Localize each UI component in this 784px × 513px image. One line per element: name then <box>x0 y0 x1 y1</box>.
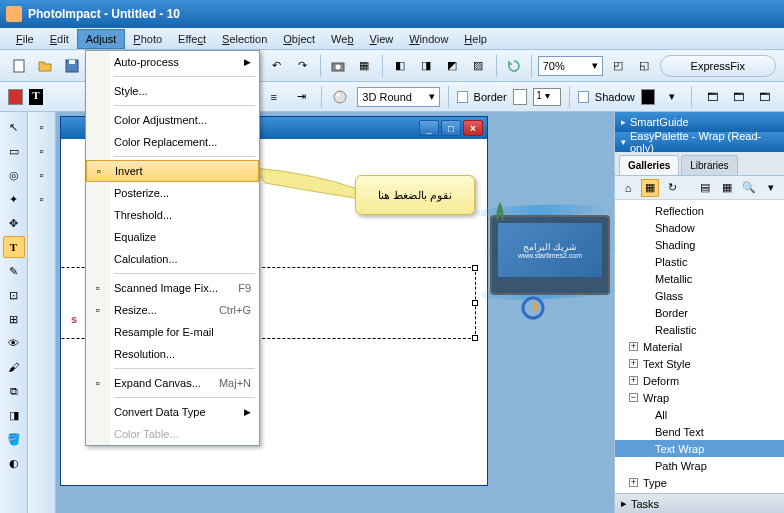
tool-a-icon[interactable]: ◧ <box>389 54 411 78</box>
actual-icon[interactable]: ◱ <box>633 54 655 78</box>
tree-item-deform[interactable]: +Deform <box>615 372 784 389</box>
panel-toggle-a-icon[interactable]: 🗔 <box>700 85 724 109</box>
shadow-checkbox[interactable] <box>578 91 589 103</box>
erase-tool-icon[interactable]: ◨ <box>3 404 25 426</box>
border-width[interactable]: 1 ▾ <box>533 88 561 106</box>
text-tool-icon[interactable]: T <box>3 236 25 258</box>
fill-tool-icon[interactable]: 🪣 <box>3 428 25 450</box>
history-icon[interactable] <box>502 54 524 78</box>
sphere-icon[interactable] <box>329 85 351 109</box>
tree-item-wrap[interactable]: −Wrap <box>615 389 784 406</box>
menu-web[interactable]: Web <box>323 30 361 48</box>
expressfix-button[interactable]: ExpressFix <box>660 55 776 77</box>
panel-toggle-b-icon[interactable]: 🗔 <box>726 85 750 109</box>
menu-object[interactable]: Object <box>275 30 323 48</box>
tree-item-material[interactable]: +Material <box>615 338 784 355</box>
lasso-tool-icon[interactable]: ◎ <box>3 164 25 186</box>
menu-selection[interactable]: Selection <box>214 30 275 48</box>
gradient-tool-icon[interactable]: ◐ <box>3 452 25 474</box>
3d-mode-select[interactable]: 3D Round▾ <box>357 87 439 107</box>
shadow-color[interactable] <box>641 89 656 105</box>
minimize-icon[interactable]: _ <box>419 120 439 136</box>
menu-item-resolution-[interactable]: Resolution... <box>86 343 259 365</box>
tree-item-glass[interactable]: Glass <box>615 287 784 304</box>
text-tool-icon[interactable]: T <box>29 89 43 105</box>
menu-edit[interactable]: Edit <box>42 30 77 48</box>
thumb-view-icon[interactable]: ▤ <box>696 179 714 197</box>
save-icon[interactable] <box>61 54 83 78</box>
menu-item-posterize-[interactable]: Posterize... <box>86 182 259 204</box>
move-tool-icon[interactable]: ✥ <box>3 212 25 234</box>
menu-window[interactable]: Window <box>401 30 456 48</box>
tree-item-plastic[interactable]: Plastic <box>615 253 784 270</box>
fit-icon[interactable]: ◰ <box>607 54 629 78</box>
path-tool-icon[interactable]: ✎ <box>3 260 25 282</box>
tree-item-all[interactable]: All <box>615 406 784 423</box>
brush-tool-icon[interactable]: 🖌 <box>3 356 25 378</box>
tool-b-icon[interactable]: ◨ <box>415 54 437 78</box>
tree-item-type[interactable]: +Type <box>615 474 784 491</box>
menu-file[interactable]: File <box>8 30 42 48</box>
tree-item-metallic[interactable]: Metallic <box>615 270 784 287</box>
marquee-tool-icon[interactable]: ▭ <box>3 140 25 162</box>
maximize-icon[interactable]: □ <box>441 120 461 136</box>
close-icon[interactable]: × <box>463 120 483 136</box>
redo-icon[interactable]: ↷ <box>292 54 314 78</box>
tree-item-reflection[interactable]: Reflection <box>615 202 784 219</box>
tree-item-bend-text[interactable]: Bend Text <box>615 423 784 440</box>
tree-item-shading[interactable]: Shading <box>615 236 784 253</box>
menu-item-threshold-[interactable]: Threshold... <box>86 204 259 226</box>
tool-c-icon[interactable]: ◩ <box>441 54 463 78</box>
tab-libraries[interactable]: Libraries <box>681 155 737 175</box>
tool2-a-icon[interactable]: ▫ <box>31 116 53 138</box>
tree-item-path-wrap[interactable]: Path Wrap <box>615 457 784 474</box>
align-icon[interactable]: ≡ <box>263 85 285 109</box>
menu-item-invert[interactable]: ▫Invert <box>86 160 259 182</box>
menu-item-resample-for-e-mail[interactable]: Resample for E-mail <box>86 321 259 343</box>
wand-tool-icon[interactable]: ✦ <box>3 188 25 210</box>
menu-item-equalize[interactable]: Equalize <box>86 226 259 248</box>
search-icon[interactable]: 🔍 <box>740 179 758 197</box>
new-icon[interactable] <box>8 54 30 78</box>
indent-icon[interactable]: ⇥ <box>291 85 313 109</box>
menu-item-color-replacement-[interactable]: Color Replacement... <box>86 131 259 153</box>
tool2-d-icon[interactable]: ▫ <box>31 188 53 210</box>
menu-item-scanned-image-fix-[interactable]: ▫Scanned Image Fix...F9 <box>86 277 259 299</box>
crop-tool-icon[interactable]: ⊡ <box>3 284 25 306</box>
menu-item-auto-process[interactable]: Auto-process▶ <box>86 51 259 73</box>
tree-item-realistic[interactable]: Realistic <box>615 321 784 338</box>
tab-galleries[interactable]: Galleries <box>619 155 679 175</box>
tree-item-shadow[interactable]: Shadow <box>615 219 784 236</box>
shadow-settings-icon[interactable]: ▾ <box>661 85 683 109</box>
list-view-icon[interactable]: ▦ <box>718 179 736 197</box>
open-icon[interactable] <box>34 54 56 78</box>
menu-icon[interactable]: ▾ <box>762 179 780 197</box>
tree-item-border[interactable]: Border <box>615 304 784 321</box>
menu-adjust[interactable]: Adjust <box>77 29 126 49</box>
scanner-icon[interactable]: ▦ <box>353 54 375 78</box>
menu-help[interactable]: Help <box>456 30 495 48</box>
tool-d-icon[interactable]: ▨ <box>467 54 489 78</box>
menu-effect[interactable]: Effect <box>170 30 214 48</box>
transform-tool-icon[interactable]: ⊞ <box>3 308 25 330</box>
eye-tool-icon[interactable]: 👁 <box>3 332 25 354</box>
color-swatch[interactable] <box>8 89 23 105</box>
menu-item-resize-[interactable]: ▫Resize...Ctrl+G <box>86 299 259 321</box>
menu-item-style-[interactable]: Style... <box>86 80 259 102</box>
border-color[interactable] <box>513 89 528 105</box>
menu-item-color-adjustment-[interactable]: Color Adjustment... <box>86 109 259 131</box>
home-icon[interactable]: ⌂ <box>619 179 637 197</box>
undo-icon[interactable]: ↶ <box>266 54 288 78</box>
border-checkbox[interactable] <box>457 91 468 103</box>
tasks-header[interactable]: ▸Tasks <box>615 493 784 513</box>
smartguide-header[interactable]: ▸SmartGuide <box>615 112 784 132</box>
panel-toggle-c-icon[interactable]: 🗔 <box>752 85 776 109</box>
easypalette-header[interactable]: ▾EasyPalette - Wrap (Read-only) <box>615 132 784 152</box>
refresh-icon[interactable]: ↻ <box>663 179 681 197</box>
menu-item-calculation-[interactable]: Calculation... <box>86 248 259 270</box>
menu-item-expand-canvas-[interactable]: ▫Expand Canvas...Maj+N <box>86 372 259 394</box>
clone-tool-icon[interactable]: ⧉ <box>3 380 25 402</box>
menu-view[interactable]: View <box>362 30 402 48</box>
zoom-input[interactable]: 70%▾ <box>538 56 603 76</box>
thumb-icon[interactable]: ▦ <box>641 179 659 197</box>
